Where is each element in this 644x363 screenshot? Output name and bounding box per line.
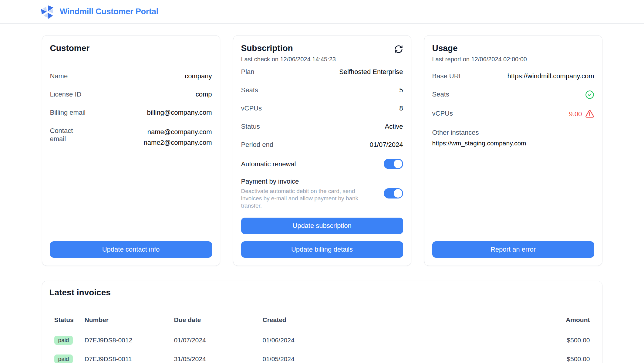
invoice-amount-cell: $500.00 [528, 350, 595, 363]
update-billing-details-button[interactable]: Update billing details [241, 241, 403, 258]
subscription-vcpus-row: vCPUs 8 [241, 104, 403, 112]
customer-card-header: Customer [50, 43, 212, 72]
payment-by-invoice-description: Deactivate automatic debit on the card, … [241, 188, 362, 209]
invoice-due-date-cell: 01/07/2024 [169, 331, 258, 350]
customer-card-title: Customer [50, 43, 90, 53]
cards-row: Customer Name company License ID comp Bi… [42, 35, 602, 266]
row-label: Billing email [50, 108, 86, 117]
column-header-amount: Amount [528, 316, 595, 331]
invoices-header-row: Status Number Due date Created Amount [49, 316, 595, 331]
row-value: Active [385, 122, 403, 131]
invoices-title: Latest invoices [49, 288, 595, 297]
payment-by-invoice-text: Payment by invoice Deactivate automatic … [241, 177, 362, 209]
windmill-logo-icon [40, 5, 55, 19]
payment-by-invoice-toggle[interactable] [384, 188, 403, 198]
row-label: Contact email [50, 127, 80, 143]
check-circle-icon [585, 90, 594, 99]
usage-other-instances-row: Other instances https://wm_staging.compa… [432, 128, 594, 147]
invoices-table: Status Number Due date Created Amount pa… [49, 316, 595, 363]
usage-card-header: Usage Last report on 12/06/2024 02:00:00 [432, 43, 594, 72]
invoice-number-cell: D7EJ9DS8-0012 [80, 331, 169, 350]
customer-billing-email-row: Billing email billing@company.com [50, 108, 212, 117]
subscription-last-check: Last check on 12/06/2024 14:45:23 [241, 56, 336, 63]
row-label: Period end [241, 141, 273, 149]
row-value: name@company.com name2@company.com [144, 127, 212, 148]
usage-card-title: Usage [432, 43, 527, 53]
row-label: License ID [50, 90, 82, 98]
row-label: Other instances [432, 128, 594, 137]
customer-card: Customer Name company License ID comp Bi… [42, 35, 220, 266]
row-value: Selfhosted Enterprise [339, 68, 403, 76]
column-header-number: Number [80, 316, 169, 331]
row-label: Seats [241, 86, 258, 94]
subscription-period-end-row: Period end 01/07/2024 [241, 141, 403, 149]
row-label: vCPUs [432, 109, 453, 117]
row-label: vCPUs [241, 104, 262, 112]
column-header-created: Created [258, 316, 528, 331]
row-label: Name [50, 72, 68, 80]
row-label: Base URL [432, 72, 463, 80]
refresh-icon[interactable] [394, 45, 403, 54]
status-badge: paid [54, 355, 73, 363]
invoice-row: paid D7EJ9DS8-0011 31/05/2024 01/05/2024… [49, 350, 595, 363]
report-an-error-button[interactable]: Report an error [432, 241, 594, 258]
row-label: Seats [432, 90, 449, 98]
subscription-status-row: Status Active [241, 122, 403, 131]
column-header-status: Status [49, 316, 80, 331]
usage-card: Usage Last report on 12/06/2024 02:00:00… [424, 35, 602, 266]
subscription-plan-row: Plan Selfhosted Enterprise [241, 68, 403, 76]
status-badge: paid [54, 336, 73, 345]
automatic-renewal-row: Automatic renewal [241, 159, 403, 169]
other-instance-url: https://wm_staging.company.com [432, 139, 594, 147]
toggle-knob [394, 160, 402, 168]
payment-by-invoice-row: Payment by invoice Deactivate automatic … [241, 177, 403, 209]
toggle-knob [394, 189, 402, 198]
customer-contact-email-row: Contact email name@company.com name2@com… [50, 127, 212, 148]
update-contact-info-button[interactable]: Update contact info [50, 241, 212, 258]
row-label: Plan [241, 68, 255, 76]
row-value: 5 [399, 86, 403, 94]
toggle-label: Automatic renewal [241, 160, 296, 168]
invoice-status-cell: paid [49, 350, 80, 363]
vcpus-usage-value: 9.00 [569, 110, 582, 118]
app-title: Windmill Customer Portal [60, 7, 158, 16]
usage-seats-row: Seats [432, 90, 594, 99]
customer-name-row: Name company [50, 72, 212, 80]
subscription-card-title: Subscription [241, 43, 336, 53]
row-value: 01/07/2024 [369, 141, 403, 149]
usage-last-report: Last report on 12/06/2024 02:00:00 [432, 56, 527, 63]
invoice-due-date-cell: 31/05/2024 [169, 350, 258, 363]
usage-base-url-row: Base URL https://windmill.company.com [432, 72, 594, 80]
automatic-renewal-toggle[interactable] [384, 159, 403, 169]
invoice-created-cell: 01/06/2024 [258, 331, 528, 350]
warning-triangle-icon [585, 109, 594, 118]
subscription-buttons: Update subscription Update billing detai… [241, 218, 403, 258]
row-label: Status [241, 122, 260, 131]
subscription-seats-row: Seats 5 [241, 86, 403, 94]
invoice-status-cell: paid [49, 331, 80, 350]
invoice-created-cell: 01/05/2024 [258, 350, 528, 363]
row-value: https://windmill.company.com [507, 72, 594, 80]
update-subscription-button[interactable]: Update subscription [241, 218, 403, 234]
invoice-number-cell: D7EJ9DS8-0011 [80, 350, 169, 363]
row-value: 8 [399, 104, 403, 112]
header: Windmill Customer Portal [0, 0, 644, 24]
invoice-row: paid D7EJ9DS8-0012 01/07/2024 01/06/2024… [49, 331, 595, 350]
column-header-due-date: Due date [169, 316, 258, 331]
customer-license-row: License ID comp [50, 90, 212, 98]
main-content: Customer Name company License ID comp Bi… [42, 35, 602, 363]
invoice-amount-cell: $500.00 [528, 331, 595, 350]
row-value: billing@company.com [147, 108, 212, 117]
row-value: company [185, 72, 212, 80]
subscription-card-header: Subscription Last check on 12/06/2024 14… [241, 43, 403, 68]
row-value: 9.00 [569, 109, 594, 118]
toggle-label: Payment by invoice [241, 178, 299, 185]
usage-vcpus-row: vCPUs 9.00 [432, 109, 594, 118]
row-value: comp [196, 90, 212, 98]
latest-invoices-panel: Latest invoices Status Number Due date C… [42, 281, 602, 363]
subscription-card: Subscription Last check on 12/06/2024 14… [233, 35, 411, 266]
contact-email-2: name2@company.com [144, 137, 212, 148]
contact-email-1: name@company.com [144, 127, 212, 137]
